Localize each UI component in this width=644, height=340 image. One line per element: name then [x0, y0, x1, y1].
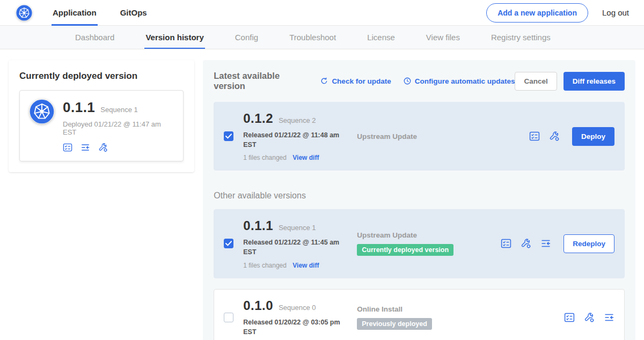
- release-notes-icon[interactable]: [529, 131, 540, 142]
- kubernetes-logo-icon[interactable]: [16, 5, 32, 21]
- deployed-version-card: 0.1.1 Sequence 1 Deployed 01/21/22 @ 11:…: [19, 90, 184, 161]
- nav-tab-application[interactable]: Application: [52, 0, 98, 26]
- nav-tab-gitops[interactable]: GitOps: [119, 0, 148, 26]
- tab-license[interactable]: License: [366, 26, 396, 49]
- check-for-update-link[interactable]: Check for update: [320, 77, 391, 85]
- config-icon[interactable]: [584, 312, 595, 323]
- tab-view-files[interactable]: View files: [425, 26, 461, 49]
- deployed-version-number: 0.1.1: [63, 99, 95, 116]
- release-notes-icon[interactable]: [564, 312, 575, 323]
- released-timestamp: Released 01/20/22 @ 03:05 pm EST: [243, 317, 353, 337]
- view-diff-link[interactable]: View diff: [292, 154, 319, 161]
- currently-deployed-badge: Currently deployed version: [357, 244, 453, 256]
- release-notes-icon[interactable]: [63, 143, 72, 152]
- sequence-label: Sequence 1: [279, 224, 316, 232]
- config-icon[interactable]: [521, 238, 531, 249]
- latest-available-title: Latest available version: [214, 71, 306, 91]
- refresh-icon: [320, 77, 328, 85]
- cancel-button[interactable]: Cancel: [515, 72, 557, 91]
- version-row: 0.1.1 Sequence 1 Released 01/21/22 @ 11:…: [214, 209, 625, 278]
- released-timestamp: Released 01/21/22 @ 11:45 am EST: [243, 238, 353, 257]
- version-source-label: Upstream Update: [357, 231, 417, 239]
- version-number: 0.1.1: [243, 218, 273, 233]
- release-notes-icon[interactable]: [501, 238, 511, 249]
- add-application-button[interactable]: Add a new application: [486, 3, 588, 23]
- kubernetes-app-icon: [30, 99, 54, 124]
- deploy-logs-icon[interactable]: [80, 143, 90, 152]
- logout-button[interactable]: Log out: [602, 8, 629, 17]
- version-checkbox[interactable]: [224, 131, 233, 141]
- version-row: 0.1.0 Sequence 0 Released 01/20/22 @ 03:…: [214, 289, 625, 340]
- available-versions-panel: Latest available version Check for updat…: [203, 60, 635, 340]
- version-source-label: Upstream Update: [357, 132, 417, 141]
- deploy-logs-icon[interactable]: [540, 238, 551, 249]
- tab-troubleshoot[interactable]: Troubleshoot: [288, 26, 337, 49]
- version-number: 0.1.2: [243, 111, 273, 126]
- deploy-button[interactable]: Deploy: [572, 127, 614, 146]
- deployed-sequence-label: Sequence 1: [100, 106, 137, 114]
- files-changed-label: 1 files changed: [243, 262, 287, 269]
- released-timestamp: Released 01/21/22 @ 11:48 am EST: [243, 130, 353, 150]
- version-checkbox[interactable]: [224, 313, 233, 322]
- deployed-timestamp: Deployed 01/21/22 @ 11:47 am EST: [63, 120, 173, 136]
- config-icon[interactable]: [98, 143, 108, 152]
- version-row: 0.1.2 Sequence 2 Released 01/21/22 @ 11:…: [214, 102, 625, 171]
- clock-icon: [403, 77, 412, 85]
- redeploy-button[interactable]: Redeploy: [564, 234, 614, 253]
- configure-automatic-updates-link[interactable]: Configure automatic updates: [403, 77, 515, 85]
- sequence-label: Sequence 2: [279, 116, 316, 124]
- files-changed-label: 1 files changed: [243, 154, 287, 161]
- version-number: 0.1.0: [243, 298, 273, 313]
- tab-version-history[interactable]: Version history: [144, 26, 204, 49]
- currently-deployed-title: Currently deployed version: [19, 71, 184, 82]
- tab-registry-settings[interactable]: Registry settings: [490, 26, 552, 49]
- currently-deployed-panel: Currently deployed version 0.1.1 Sequenc…: [9, 60, 194, 172]
- tab-config[interactable]: Config: [234, 26, 259, 49]
- version-source-label: Online Install: [357, 305, 402, 313]
- view-diff-link[interactable]: View diff: [292, 262, 319, 269]
- sequence-label: Sequence 0: [279, 304, 316, 312]
- config-icon[interactable]: [549, 131, 560, 142]
- other-versions-title: Other available versions: [214, 191, 625, 201]
- version-checkbox[interactable]: [224, 239, 233, 248]
- previously-deployed-badge: Previously deployed: [357, 318, 432, 330]
- app-subnav: Dashboard Version history Config Trouble…: [0, 26, 644, 49]
- nav-tab-application-label: Application: [53, 8, 97, 17]
- nav-tab-gitops-label: GitOps: [120, 8, 147, 17]
- top-navbar: Application GitOps Add a new application…: [0, 0, 644, 26]
- tab-dashboard[interactable]: Dashboard: [74, 26, 115, 49]
- diff-releases-button[interactable]: Diff releases: [564, 72, 625, 91]
- deploy-logs-icon[interactable]: [604, 312, 614, 323]
